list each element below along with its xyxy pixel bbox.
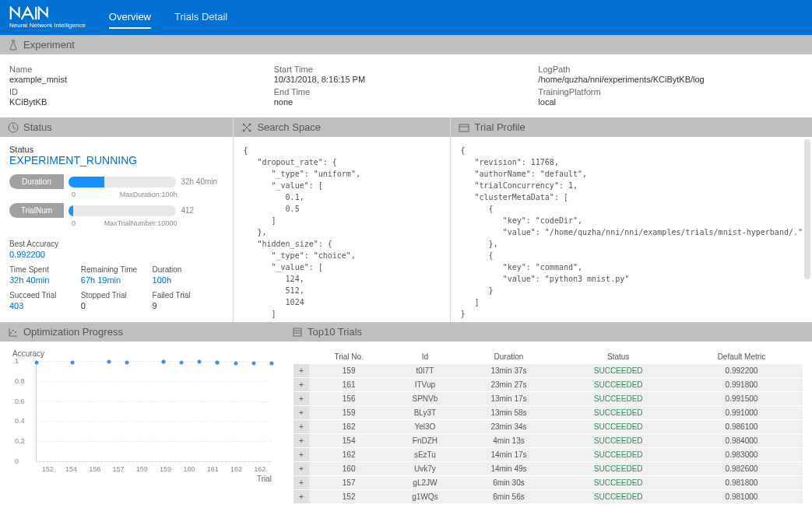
table-header: Status: [556, 349, 680, 364]
table-cell: SUCCEEDED: [556, 476, 680, 490]
experiment-info: Name example_mnist ID KCiBytKB Start Tim…: [0, 54, 812, 117]
brand-text: Neural Network Intelligence: [9, 22, 86, 29]
table-cell: SUCCEEDED: [556, 378, 680, 392]
chart-ytick: 0.4: [15, 417, 25, 425]
chart-point: [35, 361, 39, 365]
tab-trials-detail[interactable]: Trials Detail: [174, 6, 227, 29]
chart-ytick: 0.2: [15, 437, 25, 445]
chart-point: [161, 360, 165, 364]
table-cell: BLy3T: [388, 406, 461, 420]
chart-point: [179, 361, 183, 365]
list-icon: [292, 327, 303, 338]
expand-button[interactable]: +: [294, 476, 309, 490]
svg-rect-5: [459, 124, 469, 131]
table-cell: 6min 30s: [461, 476, 556, 490]
expand-button[interactable]: +: [294, 378, 309, 392]
table-header: Id: [388, 349, 461, 364]
table-cell: t0I7T: [388, 364, 461, 378]
table-cell: 0.982600: [680, 462, 803, 476]
table-cell: 4min 13s: [461, 434, 556, 448]
experiment-section-bar: Experiment: [0, 35, 812, 54]
top10-title: Top10 Trials: [308, 326, 362, 338]
table-cell: SUCCEEDED: [556, 364, 680, 378]
chart-point: [198, 360, 202, 364]
chart-ytick: 0.6: [15, 398, 25, 405]
table-header: Default Metric: [680, 349, 803, 364]
trial-profile-json[interactable]: { "revision": 11768, "authorName": "defa…: [451, 137, 812, 322]
dur2-label: Duration: [153, 265, 224, 274]
duration-bar: [69, 177, 176, 187]
chart-point: [107, 360, 111, 364]
chart-point: [251, 361, 255, 365]
table-row: +156SPNVb13min 17sSUCCEEDED0.991500: [294, 392, 803, 406]
chart-point: [71, 361, 75, 365]
chart-xtick: 160: [183, 465, 195, 473]
expand-button[interactable]: +: [294, 392, 309, 406]
table-cell: 159: [309, 406, 388, 420]
svg-point-7: [12, 330, 14, 331]
table-cell: 23min 34s: [461, 420, 556, 434]
svg-point-6: [10, 332, 12, 334]
table-cell: FnDZH: [388, 434, 461, 448]
flask-icon: [8, 40, 19, 51]
chart-ylabel: Accuracy: [12, 349, 272, 358]
table-cell: g1WQs: [388, 490, 461, 504]
expand-button[interactable]: +: [294, 462, 309, 476]
chart-xlabel: Trial: [12, 475, 272, 483]
table-cell: gL2JW: [388, 476, 461, 490]
table-cell: sEzTu: [388, 448, 461, 462]
opt-section-bar: Optimization Progress: [0, 322, 284, 342]
table-cell: SUCCEEDED: [556, 392, 680, 406]
trialnum-max: MaxTrialNumber:10000: [104, 219, 178, 227]
chart-xtick: 162: [230, 465, 242, 473]
table-cell: 0.981800: [680, 476, 803, 490]
table-cell: 162: [309, 448, 388, 462]
table-cell: 13min 17s: [461, 392, 556, 406]
profile-icon: [459, 122, 469, 133]
top10-table: Trial No.IdDurationStatusDefault Metric …: [294, 349, 803, 504]
search-space-json[interactable]: { "dropout_rate": { "_type": "uniform", …: [234, 137, 450, 322]
expand-button[interactable]: +: [294, 364, 309, 378]
expand-button[interactable]: +: [294, 420, 309, 434]
expand-button[interactable]: +: [294, 406, 309, 420]
trialnum-bar: [69, 205, 176, 216]
expand-button[interactable]: +: [294, 490, 309, 504]
expand-button[interactable]: +: [294, 448, 309, 462]
table-cell: 156: [309, 392, 388, 406]
table-cell: Uvk7y: [388, 462, 461, 476]
table-row: +160Uvk7y14min 49sSUCCEEDED0.982600: [294, 462, 803, 476]
remaining-value: 67h 19min: [81, 275, 153, 285]
chart-xtick: 152: [42, 465, 54, 473]
logpath-value: /home/quzha/nni/experiments/KCiBytKB/log: [538, 75, 803, 84]
scrollbar[interactable]: [804, 139, 810, 279]
start-label: Start Time: [274, 65, 539, 74]
table-cell: 14min 17s: [461, 448, 556, 462]
chart-xtick: 157: [113, 465, 125, 473]
stopped-label: Stopped Trial: [81, 291, 153, 300]
table-row: +157gL2JW6min 30sSUCCEEDED0.981800: [294, 476, 803, 490]
trialnum-bar-label: TrialNum: [9, 203, 64, 218]
table-cell: 0.991500: [680, 392, 803, 406]
expand-button[interactable]: +: [294, 434, 309, 448]
dur2-value: 100h: [153, 275, 224, 285]
table-cell: SUCCEEDED: [556, 420, 680, 434]
tab-overview[interactable]: Overview: [109, 6, 151, 29]
table-cell: 154: [309, 434, 388, 448]
table-cell: 23min 27s: [461, 378, 556, 392]
time-spent-label: Time Spent: [9, 265, 81, 274]
platform-value: local: [538, 97, 803, 107]
duration-max: MaxDuration:100h: [120, 191, 178, 198]
optimization-chart: Accuracy 00.20.40.60.81 1521541561571591…: [0, 342, 284, 491]
chart-point: [125, 361, 129, 365]
end-value: none: [274, 97, 539, 107]
tree-icon: [241, 122, 252, 133]
chart-xtick: 159: [160, 465, 171, 473]
table-row: +162Yel3O23min 34sSUCCEEDED0.986100: [294, 420, 803, 434]
table-cell: 14min 49s: [461, 462, 556, 476]
top10-section-bar: Top10 Trials: [284, 322, 812, 342]
status-value: EXPERIMENT_RUNNING: [9, 154, 223, 166]
chart-point: [234, 361, 237, 365]
remaining-label: Remaining Time: [81, 265, 153, 274]
table-cell: 152: [309, 490, 388, 504]
failed-value: 9: [153, 301, 224, 310]
